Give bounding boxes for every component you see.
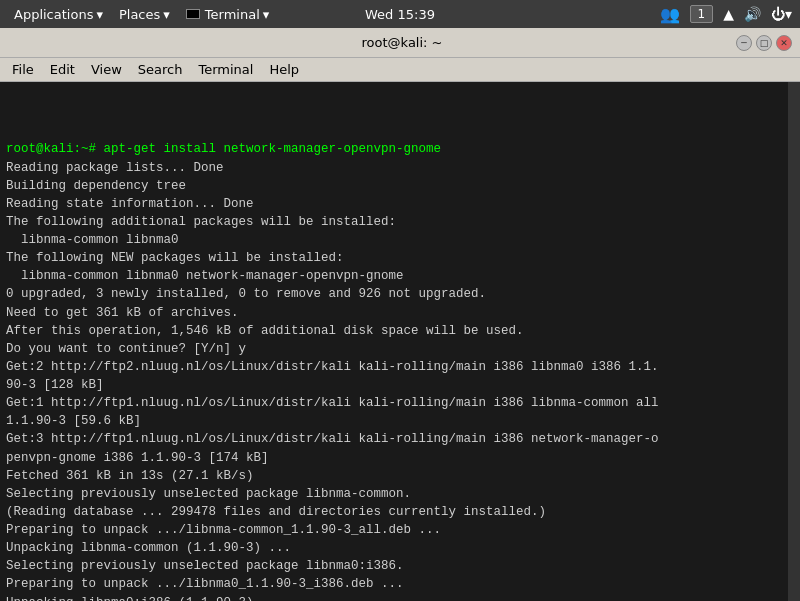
terminal-line: Need to get 361 kB of archives. xyxy=(6,304,794,322)
menu-bar: File Edit View Search Terminal Help xyxy=(0,58,800,82)
power-icon[interactable]: ⏻▾ xyxy=(771,6,792,22)
applications-menu[interactable]: Applications ▾ xyxy=(8,5,109,24)
search-menu[interactable]: Search xyxy=(130,60,191,79)
terminal-line: After this operation, 1,546 kB of additi… xyxy=(6,322,794,340)
datetime-display: Wed 15:39 xyxy=(365,7,435,22)
terminal-line: The following NEW packages will be insta… xyxy=(6,249,794,267)
terminal-line: Reading state information... Done xyxy=(6,195,794,213)
terminal-line: Preparing to unpack .../libnma-common_1.… xyxy=(6,521,794,539)
system-bar: Applications ▾ Places ▾ Terminal ▾ Wed 1… xyxy=(0,0,800,28)
close-button[interactable]: ✕ xyxy=(776,35,792,51)
terminal-line: 1.1.90-3 [59.6 kB] xyxy=(6,412,794,430)
terminal-line: libnma-common libnma0 network-manager-op… xyxy=(6,267,794,285)
maximize-button[interactable]: □ xyxy=(756,35,772,51)
window-chrome: root@kali: ~ ─ □ ✕ xyxy=(0,28,800,58)
terminal-menu[interactable]: Terminal ▾ xyxy=(180,5,275,24)
view-menu[interactable]: View xyxy=(83,60,130,79)
window-title: root@kali: ~ xyxy=(68,35,736,50)
terminal-line: 90-3 [128 kB] xyxy=(6,376,794,394)
terminal-line: root@kali:~# apt-get install network-man… xyxy=(6,140,794,158)
terminal-line: Unpacking libnma0:i386 (1.1.90-3) ... xyxy=(6,594,794,602)
prompt-text: root@kali:~# apt-get install network-man… xyxy=(6,142,441,156)
file-menu[interactable]: File xyxy=(4,60,42,79)
scrollbar[interactable] xyxy=(788,82,800,601)
terminal-lines: root@kali:~# apt-get install network-man… xyxy=(6,140,794,601)
terminal-line: Building dependency tree xyxy=(6,177,794,195)
terminal-line: Preparing to unpack .../libnma0_1.1.90-3… xyxy=(6,575,794,593)
terminal-line: penvpn-gnome i386 1.1.90-3 [174 kB] xyxy=(6,449,794,467)
minimize-button[interactable]: ─ xyxy=(736,35,752,51)
workspace-badge[interactable]: 1 xyxy=(690,5,714,23)
people-icon[interactable]: 👥 xyxy=(660,5,680,24)
terminal-icon xyxy=(186,9,200,19)
terminal-line: (Reading database ... 299478 files and d… xyxy=(6,503,794,521)
places-arrow: ▾ xyxy=(163,7,170,22)
system-bar-left: Applications ▾ Places ▾ Terminal ▾ xyxy=(8,5,275,24)
terminal-line: Fetched 361 kB in 13s (27.1 kB/s) xyxy=(6,467,794,485)
terminal-menu-item[interactable]: Terminal xyxy=(190,60,261,79)
terminal-line: Get:3 http://ftp1.nluug.nl/os/Linux/dist… xyxy=(6,430,794,448)
applications-label: Applications xyxy=(14,7,93,22)
terminal-line: 0 upgraded, 3 newly installed, 0 to remo… xyxy=(6,285,794,303)
terminal-arrow: ▾ xyxy=(263,7,270,22)
terminal-line: Unpacking libnma-common (1.1.90-3) ... xyxy=(6,539,794,557)
window-controls: ─ □ ✕ xyxy=(736,35,792,51)
terminal-line: Reading package lists... Done xyxy=(6,159,794,177)
wifi-icon[interactable]: ▲ xyxy=(723,6,734,22)
terminal-line: The following additional packages will b… xyxy=(6,213,794,231)
terminal-line: Selecting previously unselected package … xyxy=(6,557,794,575)
applications-arrow: ▾ xyxy=(96,7,103,22)
terminal-label: Terminal xyxy=(205,7,260,22)
terminal-line: libnma-common libnma0 xyxy=(6,231,794,249)
terminal-line: Get:2 http://ftp2.nluug.nl/os/Linux/dist… xyxy=(6,358,794,376)
help-menu[interactable]: Help xyxy=(261,60,307,79)
terminal-line: Do you want to continue? [Y/n] y xyxy=(6,340,794,358)
terminal-line: Selecting previously unselected package … xyxy=(6,485,794,503)
terminal-output: root@kali:~# apt-get install network-man… xyxy=(0,82,800,601)
places-menu[interactable]: Places ▾ xyxy=(113,5,176,24)
terminal-line: Get:1 http://ftp1.nluug.nl/os/Linux/dist… xyxy=(6,394,794,412)
volume-icon[interactable]: 🔊 xyxy=(744,6,761,22)
places-label: Places xyxy=(119,7,160,22)
system-bar-right: 👥 1 ▲ 🔊 ⏻▾ xyxy=(660,5,792,24)
edit-menu[interactable]: Edit xyxy=(42,60,83,79)
